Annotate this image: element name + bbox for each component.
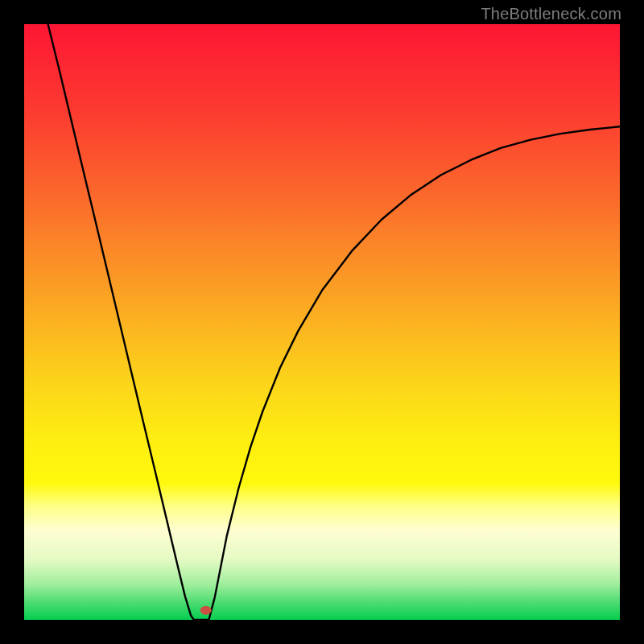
attribution-text: TheBottleneck.com (481, 5, 621, 23)
gradient-background (24, 24, 620, 620)
optimal-point-marker (200, 606, 212, 615)
chart-svg (24, 24, 620, 620)
plot-area (24, 24, 620, 620)
chart-frame: TheBottleneck.com (0, 0, 644, 644)
